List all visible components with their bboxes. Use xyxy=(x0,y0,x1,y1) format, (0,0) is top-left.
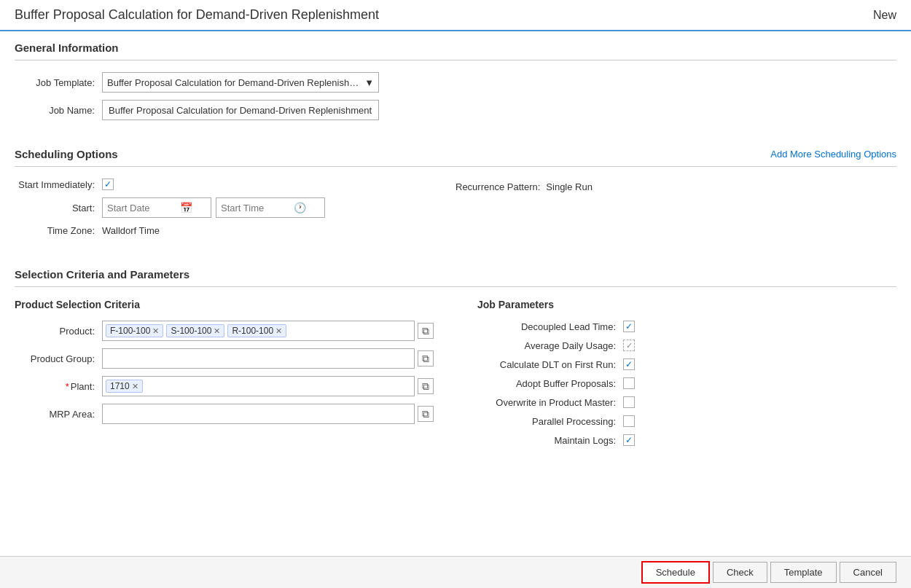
start-date-input-wrapper[interactable]: 📅 xyxy=(102,197,211,218)
product-selection-title: Product Selection Criteria xyxy=(15,299,434,310)
param-row-3: Adopt Buffer Proposals: xyxy=(477,377,896,389)
mrp-area-tag-container[interactable] xyxy=(102,404,415,424)
param-label-0: Decoupled Lead Time: xyxy=(477,321,623,332)
start-time-input[interactable] xyxy=(221,203,294,213)
check-button[interactable]: Check xyxy=(713,562,767,583)
param-label-4: Overwrite in Product Master: xyxy=(477,397,623,408)
main-content: General Information Job Template: Buffer… xyxy=(0,31,911,555)
job-name-row: Job Name: xyxy=(15,100,896,120)
criteria-params-layout: Product Selection Criteria Product: F-10… xyxy=(15,299,896,453)
start-immediately-label: Start Immediately: xyxy=(15,179,102,190)
product-tag-f100[interactable]: F-100-100 ✕ xyxy=(106,324,163,337)
calendar-icon: 📅 xyxy=(180,202,192,213)
job-params-col: Job Parameters Decoupled Lead Time: Aver… xyxy=(456,299,896,453)
product-copy-icon[interactable]: ⧉ xyxy=(418,323,434,339)
page-header: Buffer Proposal Calculation for Demand-D… xyxy=(0,0,911,31)
plant-label: Plant: xyxy=(15,381,102,392)
selection-criteria-title: Selection Criteria and Parameters xyxy=(15,268,189,281)
start-label: Start: xyxy=(15,203,102,213)
plant-row: Plant: 1710 ✕ ⧉ xyxy=(15,376,434,396)
add-more-scheduling-link[interactable]: Add More Scheduling Options xyxy=(770,149,896,160)
job-name-label: Job Name: xyxy=(15,105,102,116)
mrp-area-copy-icon[interactable]: ⧉ xyxy=(418,406,434,422)
page-status: New xyxy=(873,9,896,22)
param-checkbox-0[interactable] xyxy=(623,321,635,332)
start-immediately-form-row: Start Immediately: xyxy=(15,179,456,190)
param-checkbox-4[interactable] xyxy=(623,396,635,408)
recurrence-right: Recurrence Pattern: Single Run xyxy=(456,179,896,192)
param-row-1: Average Daily Usage: xyxy=(477,340,896,351)
plant-tag-1710-close[interactable]: ✕ xyxy=(132,382,138,391)
product-tag-r100[interactable]: R-100-100 ✕ xyxy=(227,324,286,337)
general-info-title: General Information xyxy=(15,42,119,54)
start-date-input[interactable] xyxy=(107,203,180,213)
param-label-1: Average Daily Usage: xyxy=(477,340,623,351)
product-tag-s100[interactable]: S-100-100 ✕ xyxy=(166,324,224,337)
product-group-label: Product Group: xyxy=(15,353,102,364)
timezone-row: Time Zone: Walldorf Time xyxy=(15,225,456,236)
param-row-2: Calculate DLT on First Run: xyxy=(477,358,896,370)
product-group-tag-container[interactable] xyxy=(102,348,415,369)
plant-copy-icon[interactable]: ⧉ xyxy=(418,378,434,394)
param-checkbox-6[interactable] xyxy=(623,434,635,446)
template-button[interactable]: Template xyxy=(770,562,837,583)
param-label-5: Parallel Processing: xyxy=(477,416,623,427)
job-template-label: Job Template: xyxy=(15,77,102,88)
product-tag-f100-close[interactable]: ✕ xyxy=(152,326,159,336)
param-row-6: Maintain Logs: xyxy=(477,434,896,446)
recurrence-pattern-value: Single Run xyxy=(546,181,593,192)
param-row-0: Decoupled Lead Time: xyxy=(477,321,896,332)
param-checkbox-3[interactable] xyxy=(623,377,635,389)
job-params-title: Job Parameters xyxy=(477,299,896,310)
start-datetime-row: Start: 📅 🕐 xyxy=(15,197,456,218)
mrp-area-row: MRP Area: ⧉ xyxy=(15,404,434,424)
general-info-section-header: General Information xyxy=(15,31,896,60)
plant-tag-1710[interactable]: 1710 ✕ xyxy=(106,380,143,393)
plant-tag-container[interactable]: 1710 ✕ xyxy=(102,376,415,396)
timezone-label: Time Zone: xyxy=(15,225,102,236)
param-label-3: Adopt Buffer Proposals: xyxy=(477,378,623,389)
job-template-row: Job Template: Buffer Proposal Calculatio… xyxy=(15,72,896,93)
job-template-value: Buffer Proposal Calculation for Demand-D… xyxy=(107,77,360,88)
product-tag-s100-close[interactable]: ✕ xyxy=(214,326,220,336)
timezone-value: Walldorf Time xyxy=(102,225,160,236)
param-label-6: Maintain Logs: xyxy=(477,435,623,446)
page-footer: Schedule Check Template Cancel xyxy=(0,556,911,588)
product-tag-r100-close[interactable]: ✕ xyxy=(275,326,282,336)
cancel-button[interactable]: Cancel xyxy=(840,562,896,583)
chevron-down-icon: ▼ xyxy=(364,77,374,88)
product-tag-container[interactable]: F-100-100 ✕ S-100-100 ✕ R-100-100 ✕ xyxy=(102,321,415,341)
product-group-row: Product Group: ⧉ xyxy=(15,348,434,369)
recurrence-pattern-label: Recurrence Pattern: xyxy=(456,181,540,192)
job-template-select[interactable]: Buffer Proposal Calculation for Demand-D… xyxy=(102,72,379,93)
product-selection-col: Product Selection Criteria Product: F-10… xyxy=(15,299,456,453)
scheduling-title: Scheduling Options xyxy=(15,148,118,160)
start-immediately-row: Start Immediately: Start: 📅 🕐 xyxy=(15,179,896,243)
product-group-copy-icon[interactable]: ⧉ xyxy=(418,350,434,366)
scheduling-section-header: Scheduling Options Add More Scheduling O… xyxy=(15,138,896,167)
selection-criteria-section-header: Selection Criteria and Parameters xyxy=(15,258,896,287)
param-label-2: Calculate DLT on First Run: xyxy=(477,359,623,370)
start-immediately-checkbox[interactable] xyxy=(102,179,114,190)
job-name-input[interactable] xyxy=(102,100,379,120)
mrp-area-label: MRP Area: xyxy=(15,409,102,420)
start-immediately-left: Start Immediately: Start: 📅 🕐 xyxy=(15,179,456,243)
product-label: Product: xyxy=(15,326,102,337)
param-checkbox-2[interactable] xyxy=(623,358,635,370)
param-checkbox-1[interactable] xyxy=(623,340,635,351)
param-checkbox-5[interactable] xyxy=(623,415,635,427)
start-time-input-wrapper[interactable]: 🕐 xyxy=(216,197,325,218)
product-row: Product: F-100-100 ✕ S-100-100 ✕ R-100-1… xyxy=(15,321,434,341)
schedule-button[interactable]: Schedule xyxy=(641,561,710,584)
clock-icon: 🕐 xyxy=(294,202,306,213)
param-row-4: Overwrite in Product Master: xyxy=(477,396,896,408)
param-row-5: Parallel Processing: xyxy=(477,415,896,427)
page-title: Buffer Proposal Calculation for Demand-D… xyxy=(15,7,379,23)
